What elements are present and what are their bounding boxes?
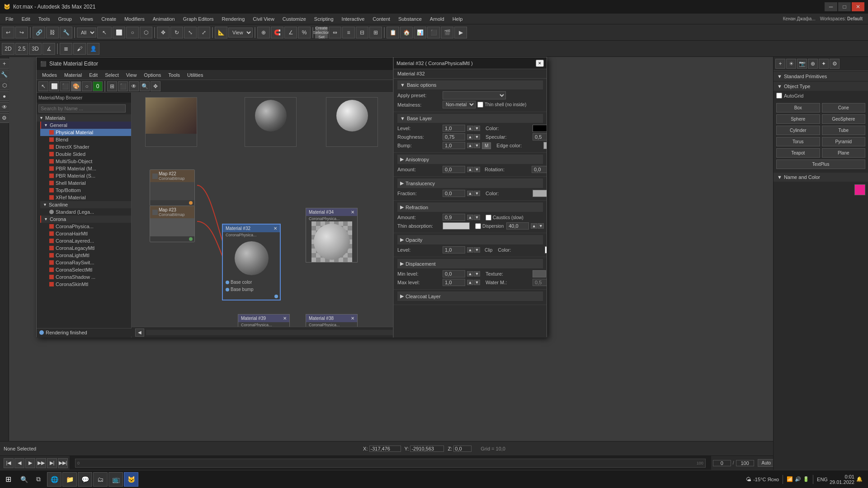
taskbar-app-4[interactable]: 🗂 <box>93 472 108 487</box>
link-button[interactable]: 🔗 <box>33 27 45 38</box>
base-bump-dot[interactable] <box>226 288 229 291</box>
minimize-button[interactable]: ─ <box>825 2 837 11</box>
play-all-button[interactable]: ▶▶ <box>36 458 46 468</box>
sme-select-button[interactable]: ⬜ <box>49 81 59 91</box>
map23-output-port[interactable] <box>189 237 193 241</box>
mb-item-corona-select[interactable]: CoronaSelectMtl <box>40 266 131 273</box>
roughness-up[interactable]: ▲ <box>467 134 473 140</box>
mb-item-double-sided[interactable]: Double Sided <box>40 150 131 158</box>
roughness-input[interactable] <box>443 133 465 141</box>
material32-output-port[interactable] <box>274 295 278 298</box>
min-level-up[interactable]: ▲ <box>467 271 473 277</box>
refr-down[interactable]: ▼ <box>474 215 480 220</box>
object-type-header[interactable]: ▼ Object Type <box>774 82 868 91</box>
material34-node[interactable]: Material #34 ✕ CoronaPhysica... <box>306 208 358 263</box>
name-and-color-header[interactable]: ▼ Name and Color <box>774 173 868 182</box>
dispersion-down[interactable]: ▼ <box>538 223 544 229</box>
level-down[interactable]: ▼ <box>474 126 480 131</box>
scene-button[interactable]: 🏠 <box>400 27 413 38</box>
base-color-dot[interactable] <box>226 281 229 284</box>
obj-textplus-button[interactable]: TextPlus <box>776 160 865 169</box>
level-input[interactable] <box>443 125 465 132</box>
mb-item-corona-light[interactable]: CoronaLightMtl <box>40 252 131 259</box>
fraction-up[interactable]: ▲ <box>467 191 473 196</box>
base-color-swatch[interactable] <box>533 125 547 132</box>
scanline-section-header[interactable]: ▼ Scanline <box>40 201 131 208</box>
obj-teapot-button[interactable]: Teapot <box>776 148 820 158</box>
select-circle-button[interactable]: ○ <box>126 27 139 38</box>
bump-m-button[interactable]: M <box>482 142 491 149</box>
taskbar-app-3[interactable]: 💬 <box>78 472 92 487</box>
layer-manager-button[interactable]: 📋 <box>387 27 399 38</box>
menu-file[interactable]: File <box>2 15 17 23</box>
snap-25d-button[interactable]: 2.5 <box>15 43 28 55</box>
select-fence-button[interactable]: ⬡ <box>140 27 152 38</box>
angle-snap-button[interactable]: ∠ <box>284 27 297 38</box>
mat-props-close[interactable]: ✕ <box>536 60 544 67</box>
obj-space-button[interactable]: ✦ <box>819 59 829 69</box>
material34-close[interactable]: ✕ <box>351 210 354 215</box>
thin-absorption-swatch[interactable] <box>443 222 470 230</box>
volume-icon[interactable]: 🔊 <box>795 476 801 482</box>
specular-input[interactable] <box>533 133 547 141</box>
translucency-header[interactable]: ▶ Translucency <box>397 178 543 188</box>
sme-menu-select[interactable]: Select <box>101 71 123 79</box>
scale-button[interactable]: ⤡ <box>184 27 197 38</box>
search-input[interactable] <box>38 104 126 113</box>
rotation-input[interactable] <box>532 166 547 173</box>
auto-key-button[interactable]: Auto <box>758 459 775 467</box>
roughness-down[interactable]: ▼ <box>474 134 480 140</box>
bind-button[interactable]: 🔧 <box>60 27 72 38</box>
taskbar-app-2[interactable]: 📁 <box>62 472 77 487</box>
align-view-button[interactable]: ⊟ <box>356 27 368 38</box>
refr-amount-input[interactable] <box>443 214 465 221</box>
close-button[interactable]: ✕ <box>852 2 864 11</box>
reference-coord-button[interactable]: 📐 <box>215 27 227 38</box>
open-schematic-button[interactable]: 📊 <box>414 27 426 38</box>
mb-item-physical-material[interactable]: Physical Material <box>40 129 131 136</box>
prev-frame-button[interactable]: ◀ <box>14 458 24 468</box>
max-level-down[interactable]: ▼ <box>474 280 480 285</box>
unlink-button[interactable]: ⛓ <box>46 27 59 38</box>
map23-node[interactable]: Map #23 CoronaBitmap <box>150 206 195 242</box>
obj-tube-button[interactable]: Tube <box>822 126 866 135</box>
enhanced-menu-button[interactable]: ≣ <box>60 43 72 55</box>
apply-preset-select[interactable] <box>443 91 506 99</box>
menu-rendering[interactable]: Rendering <box>218 15 249 23</box>
obj-system-button[interactable]: ⚙ <box>830 59 840 69</box>
edge-color-swatch[interactable] <box>543 142 547 149</box>
material-editor-button[interactable]: ⬛ <box>427 27 440 38</box>
undo-button[interactable]: ↩ <box>2 27 14 38</box>
metalness-select[interactable]: Non-metal <box>443 101 476 108</box>
level-up[interactable]: ▲ <box>467 126 473 131</box>
sme-node-button[interactable]: ○ <box>82 81 92 91</box>
mb-item-standard[interactable]: Standard (Lega... <box>40 208 131 216</box>
timeline-track[interactable]: 0 100 <box>75 459 706 468</box>
mb-item-pbr-s[interactable]: PBR Material (S... <box>40 172 131 179</box>
displacement-header[interactable]: ▶ Displacement <box>397 259 543 268</box>
material32-close[interactable]: ✕ <box>274 226 277 231</box>
menu-customize[interactable]: Customize <box>279 15 310 23</box>
select-button[interactable]: ↖ <box>97 27 112 38</box>
populate-button[interactable]: 👤 <box>87 43 99 55</box>
taskbar-app-5[interactable]: 📺 <box>108 472 123 487</box>
mb-item-top-bottom[interactable]: Top/Bottom <box>40 187 131 194</box>
start-button[interactable]: ⊞ <box>2 475 15 483</box>
sme-layout-button[interactable]: ⬛ <box>60 81 70 91</box>
sme-navigate-button[interactable]: ↖ <box>38 81 48 91</box>
color-picker-swatch[interactable] <box>854 184 865 195</box>
mb-item-corona-physical[interactable]: CoronaPhysica... <box>40 223 131 230</box>
go-end-button[interactable]: ▶▶| <box>58 458 68 468</box>
obj-cone-button[interactable]: Cone <box>822 103 866 113</box>
dispersion-checkbox[interactable] <box>475 223 481 229</box>
select-rect-button[interactable]: ⬜ <box>113 27 125 38</box>
create-selection-set-button[interactable]: Create Selection Set <box>315 27 328 38</box>
bump-input[interactable] <box>443 142 465 149</box>
general-section-header[interactable]: ▼ General <box>40 122 131 129</box>
menu-help[interactable]: Help <box>449 15 467 23</box>
material32-node[interactable]: Material #32 ✕ CoronaPhysica... Base col… <box>222 224 281 300</box>
menu-arnold[interactable]: Arnold <box>426 15 448 23</box>
object-paint-button[interactable]: 🖌 <box>73 43 86 55</box>
display-tab[interactable]: 👁 <box>0 102 9 112</box>
dispersion-input[interactable] <box>506 222 529 230</box>
